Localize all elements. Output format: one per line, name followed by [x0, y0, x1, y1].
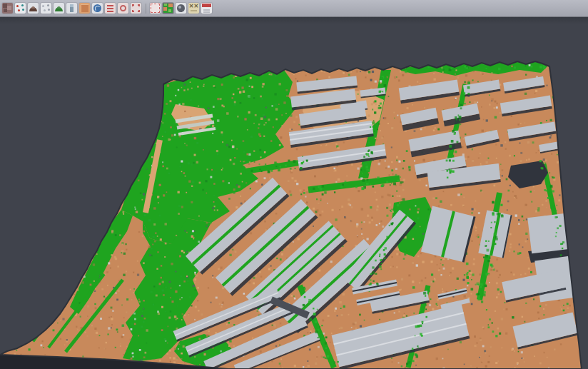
- align-points-icon[interactable]: [15, 3, 26, 14]
- application-window: { "toolbar": { "icons": [ {"name":"photo…: [0, 0, 588, 369]
- circle-select-icon[interactable]: [118, 3, 128, 14]
- crop-region-icon[interactable]: [150, 3, 161, 14]
- layers-red-icon[interactable]: [105, 3, 116, 14]
- dem-green-icon[interactable]: [54, 3, 64, 14]
- sparse-points-icon[interactable]: [41, 3, 51, 14]
- column-view-icon[interactable]: [66, 3, 77, 14]
- classified-view-icon[interactable]: [163, 3, 173, 14]
- main-toolbar: ✕✕: [0, 0, 588, 17]
- gcp-table-icon[interactable]: ✕✕: [188, 3, 199, 14]
- dem-brown-icon[interactable]: [28, 3, 39, 14]
- toolbar-separator: [146, 4, 146, 14]
- rect-select-icon[interactable]: [131, 3, 141, 14]
- flag-marker-icon[interactable]: [201, 3, 212, 14]
- orthophoto-icon[interactable]: [79, 3, 90, 14]
- terrain-scene[interactable]: [0, 17, 588, 369]
- terrain-model: [0, 61, 587, 369]
- viewport-3d[interactable]: [0, 17, 588, 369]
- nav-sphere-icon[interactable]: [176, 3, 186, 14]
- photo-thumbnail-icon[interactable]: [2, 3, 13, 14]
- globe-icon[interactable]: [92, 3, 103, 14]
